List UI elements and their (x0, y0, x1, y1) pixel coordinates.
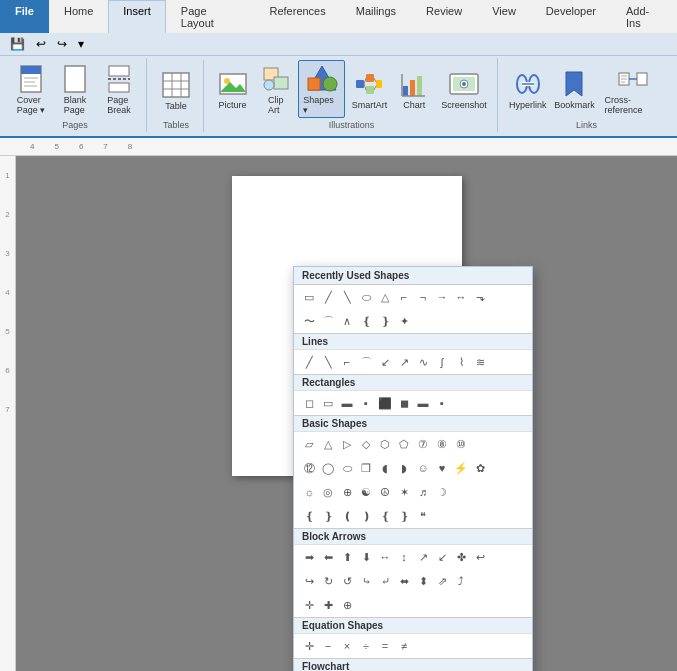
block-d[interactable]: ⬇ (357, 548, 375, 566)
basic-oct[interactable]: ⬠ (395, 435, 413, 453)
basic-sun2[interactable]: ☼ (300, 483, 318, 501)
basic-spark[interactable]: ✶ (395, 483, 413, 501)
smart-art-button[interactable]: SmartArt (347, 65, 392, 113)
block-dbl[interactable]: ⬌ (395, 572, 413, 590)
block-strip2[interactable]: ⤶ (376, 572, 394, 590)
basic-para[interactable]: ▱ (300, 435, 318, 453)
line-corner[interactable]: ⌐ (338, 353, 356, 371)
rect-frame[interactable]: ◼ (395, 394, 413, 412)
shape-triangle[interactable]: △ (376, 288, 394, 306)
hyperlink-button[interactable]: Hyperlink (506, 65, 549, 113)
basic-yin[interactable]: ☯ (357, 483, 375, 501)
block-ccw[interactable]: ↺ (338, 572, 356, 590)
basic-8[interactable]: ⑧ (433, 435, 451, 453)
shape-arrow-r[interactable]: → (433, 288, 451, 306)
qat-dropdown-button[interactable]: ▾ (74, 35, 88, 53)
basic-ellipse[interactable]: ⬭ (338, 459, 356, 477)
rect-wide[interactable]: ▬ (414, 394, 432, 412)
block-ud[interactable]: ↕ (395, 548, 413, 566)
rect-plain[interactable]: ◻ (300, 394, 318, 412)
shape-brace-l[interactable]: ❴ (357, 312, 375, 330)
tab-mailings[interactable]: Mailings (341, 0, 411, 33)
basic-open-b[interactable]: ❴ (376, 507, 394, 525)
block-bent[interactable]: ↩ (471, 548, 489, 566)
shape-diag1[interactable]: ╱ (319, 288, 337, 306)
basic-bracket-l[interactable]: ❪ (338, 507, 356, 525)
basic-quote[interactable]: ❝ (414, 507, 432, 525)
basic-7[interactable]: ⑦ (414, 435, 432, 453)
shape-diag2[interactable]: ╲ (338, 288, 356, 306)
clip-art-button[interactable]: ClipArt (255, 60, 296, 118)
eq-plus[interactable]: ✛ (300, 637, 318, 655)
cross-reference-button[interactable]: Cross-reference (600, 60, 667, 118)
tab-page-layout[interactable]: Page Layout (166, 0, 255, 33)
basic-heart[interactable]: ♥ (433, 459, 451, 477)
basic-bracket-r[interactable]: ❫ (357, 507, 375, 525)
basic-10[interactable]: ⑩ (452, 435, 470, 453)
basic-smile[interactable]: ☺ (414, 459, 432, 477)
table-button[interactable]: Table (155, 66, 197, 114)
line-curve1[interactable]: ↙ (376, 353, 394, 371)
line-spiral[interactable]: ∫ (433, 353, 451, 371)
tab-home[interactable]: Home (49, 0, 108, 33)
undo-button[interactable]: ↩ (32, 35, 50, 53)
block-r[interactable]: ➡ (300, 548, 318, 566)
eq-neq[interactable]: ≠ (395, 637, 413, 655)
line-diag[interactable]: ╲ (319, 353, 337, 371)
shape-arrow-lr[interactable]: ↔ (452, 288, 470, 306)
basic-moon[interactable]: ☽ (433, 483, 451, 501)
basic-hex[interactable]: ⬡ (376, 435, 394, 453)
line-curve2[interactable]: ↗ (395, 353, 413, 371)
basic-sun[interactable]: ✿ (471, 459, 489, 477)
basic-half-l[interactable]: ◖ (376, 459, 394, 477)
tab-references[interactable]: References (254, 0, 340, 33)
basic-close-b[interactable]: ❵ (395, 507, 413, 525)
block-strip[interactable]: ⤷ (357, 572, 375, 590)
chart-button[interactable]: Chart (394, 65, 435, 113)
basic-circle[interactable]: ◯ (319, 459, 337, 477)
page-break-button[interactable]: PageBreak (98, 60, 140, 118)
block-ur[interactable]: ↗ (414, 548, 432, 566)
block-uturn[interactable]: ↪ (300, 572, 318, 590)
basic-brace-l[interactable]: ❴ (300, 507, 318, 525)
block-cw[interactable]: ↻ (319, 572, 337, 590)
block-plus[interactable]: ✛ (300, 596, 318, 614)
block-dl[interactable]: ↙ (433, 548, 451, 566)
eq-div[interactable]: ÷ (357, 637, 375, 655)
rect-sm[interactable]: ▪ (433, 394, 451, 412)
screenshot-button[interactable]: Screenshot (437, 65, 491, 113)
line-straight[interactable]: ╱ (300, 353, 318, 371)
redo-button[interactable]: ↪ (53, 35, 71, 53)
basic-lightning[interactable]: ⚡ (452, 459, 470, 477)
basic-ring[interactable]: ◎ (319, 483, 337, 501)
save-button[interactable]: 💾 (6, 35, 29, 53)
basic-note[interactable]: ♬ (414, 483, 432, 501)
shape-star4[interactable]: ✦ (395, 312, 413, 330)
shape-callout[interactable]: ⬎ (471, 288, 489, 306)
tab-insert[interactable]: Insert (108, 0, 166, 33)
basic-diamond[interactable]: ◇ (357, 435, 375, 453)
shape-brace-r[interactable]: ❵ (376, 312, 394, 330)
basic-tri[interactable]: △ (319, 435, 337, 453)
basic-cross[interactable]: ⊕ (338, 483, 356, 501)
basic-12[interactable]: ⑫ (300, 459, 318, 477)
shape-oval[interactable]: ⬭ (357, 288, 375, 306)
block-u[interactable]: ⬆ (338, 548, 356, 566)
shapes-button[interactable]: Shapes ▾ (298, 60, 345, 118)
line-squiggle[interactable]: ∿ (414, 353, 432, 371)
line-sketch[interactable]: ≋ (471, 353, 489, 371)
block-curve[interactable]: ⤴ (452, 572, 470, 590)
basic-half-r[interactable]: ◗ (395, 459, 413, 477)
block-diag[interactable]: ⇗ (433, 572, 451, 590)
block-plus2[interactable]: ✚ (319, 596, 337, 614)
block-circle-plus[interactable]: ⊕ (338, 596, 356, 614)
shape-rect[interactable]: ▭ (300, 288, 318, 306)
eq-eq[interactable]: = (376, 637, 394, 655)
eq-minus[interactable]: − (319, 637, 337, 655)
basic-rtri[interactable]: ▷ (338, 435, 356, 453)
picture-button[interactable]: Picture (212, 65, 253, 113)
tab-file[interactable]: File (0, 0, 49, 33)
line-free[interactable]: ⌇ (452, 353, 470, 371)
line-elbow[interactable]: ⌒ (357, 353, 375, 371)
block-quad[interactable]: ✤ (452, 548, 470, 566)
